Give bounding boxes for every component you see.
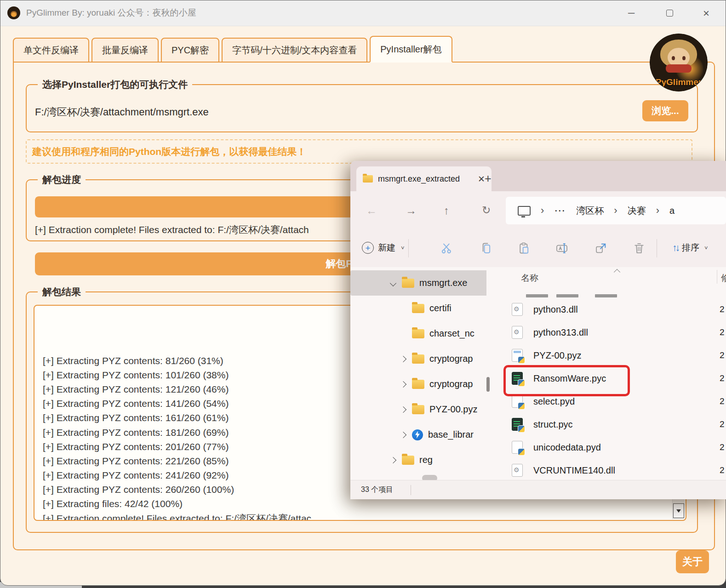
- file-list: 名称 修 python3.dll 2: [492, 267, 726, 480]
- minimize-button[interactable]: ─: [617, 0, 645, 26]
- results-legend: 解包结果: [38, 285, 86, 298]
- explorer-content: msmgrt.exe certifi charset_nc: [350, 267, 726, 480]
- avatar-eye: [682, 56, 686, 60]
- avatar-scarf: [666, 64, 692, 73]
- file-type-icon: [512, 303, 523, 316]
- tree-item[interactable]: PYZ-00.pyz: [350, 397, 486, 422]
- delete-button[interactable]: [633, 242, 646, 255]
- up-button[interactable]: ↑: [444, 204, 449, 217]
- share-button[interactable]: [595, 242, 607, 255]
- column-header-name[interactable]: 名称: [521, 272, 538, 284]
- file-explorer-window: msmgrt.exe_extracted ✕ + ← → ↑ ↻ › ⋯ 湾区杯…: [350, 161, 726, 499]
- tree-item-icon: [412, 304, 424, 313]
- tree-scrollbar-thumb[interactable]: [486, 377, 490, 392]
- tree-item-label: reg: [419, 455, 433, 465]
- file-row[interactable]: RansomWare.pyc 2: [492, 367, 726, 390]
- new-item-label: 新建: [378, 242, 395, 254]
- file-type-icon: [512, 418, 523, 431]
- forward-button[interactable]: →: [406, 204, 417, 217]
- breadcrumb-item[interactable]: 决赛: [628, 205, 646, 217]
- tree-item-icon: [412, 380, 424, 389]
- chevron-down-icon: ˅: [401, 245, 405, 251]
- version-notice: 建议使用和程序相同的Python版本进行解包，以获得最佳结果！: [26, 139, 692, 164]
- browse-button[interactable]: 浏览...: [642, 100, 688, 121]
- exe-path-input[interactable]: F:/湾区杯/决赛/attachment/msmgrt.exe: [35, 105, 209, 119]
- chevron-icon[interactable]: [400, 406, 406, 412]
- file-date: 2: [720, 396, 725, 406]
- tree-item[interactable]: base_librar: [350, 422, 486, 447]
- file-row[interactable]: python313.dll 2: [492, 321, 726, 344]
- paste-button[interactable]: [518, 242, 531, 255]
- column-divider[interactable]: [717, 270, 717, 284]
- chevron-icon[interactable]: [400, 431, 406, 438]
- file-row[interactable]: VCRUNTIME140.dll 2: [492, 459, 726, 480]
- new-item-button[interactable]: + 新建 ˅: [362, 242, 405, 254]
- tree-item[interactable]: cryptograp: [350, 346, 486, 371]
- copy-button[interactable]: [480, 242, 492, 255]
- file-date: 2: [720, 350, 725, 360]
- tree-item-icon: [412, 329, 424, 338]
- breadcrumb: 湾区杯 › 决赛 › a ›: [576, 205, 675, 217]
- pyglimmer-avatar: PyGlimmer: [650, 34, 708, 91]
- explorer-status-bar: 33 个项目: [350, 480, 726, 499]
- tree-item[interactable]: charset_nc: [350, 321, 486, 346]
- maximize-button[interactable]: [656, 0, 683, 26]
- sort-button[interactable]: ↑↓ 排序 ˅: [672, 242, 708, 254]
- address-bar[interactable]: › ⋯ 湾区杯 › 决赛 › a ›: [506, 197, 726, 224]
- file-row[interactable]: [492, 286, 726, 298]
- file-name: python3.dll: [533, 304, 578, 315]
- file-type-icon: [512, 372, 523, 385]
- file-type-icon: [512, 326, 523, 339]
- chevron-icon[interactable]: [400, 355, 406, 362]
- tree-item-label: certifi: [429, 303, 452, 314]
- file-date: 2: [720, 442, 725, 452]
- refresh-button[interactable]: ↻: [482, 204, 491, 217]
- chevron-icon[interactable]: [390, 457, 396, 463]
- close-tab-icon[interactable]: ✕: [478, 174, 485, 184]
- tab[interactable]: 批量反编译: [91, 38, 159, 63]
- back-button[interactable]: ←: [366, 204, 377, 217]
- file-name: unicodedata.pyd: [533, 442, 601, 453]
- toolbar-divider: [408, 239, 409, 257]
- chevron-icon[interactable]: [400, 381, 406, 387]
- file-row[interactable]: PYZ-00.pyz 2: [492, 344, 726, 367]
- tab[interactable]: 单文件反编译: [13, 38, 89, 63]
- tree-item[interactable]: cryptograp: [350, 371, 486, 397]
- file-date: 2: [720, 419, 725, 429]
- scrollbar-down-button[interactable]: [673, 503, 684, 518]
- new-tab-button[interactable]: +: [485, 172, 492, 185]
- file-date: 2: [720, 465, 725, 475]
- column-headers: 名称 修: [492, 268, 726, 286]
- tree-item[interactable]: reg: [350, 447, 486, 473]
- about-button[interactable]: 关于: [676, 550, 709, 573]
- tree-item[interactable]: msmgrt.exe: [350, 270, 486, 296]
- file-name: python313.dll: [533, 327, 588, 338]
- arrow-down-icon: [676, 509, 681, 513]
- progress-legend: 解包进度: [38, 173, 86, 186]
- explorer-tab[interactable]: msmgrt.exe_extracted ✕: [356, 166, 492, 191]
- file-row[interactable]: python3.dll 2: [492, 298, 726, 321]
- folder-tree: msmgrt.exe certifi charset_nc: [350, 270, 486, 473]
- copy-icon: [480, 242, 492, 255]
- close-button[interactable]: ×: [692, 0, 720, 26]
- file-date: 2: [720, 304, 725, 314]
- breadcrumb-item[interactable]: 湾区杯: [576, 205, 604, 217]
- rename-button[interactable]: [555, 242, 568, 255]
- chevron-icon[interactable]: [390, 280, 396, 286]
- file-row[interactable]: unicodedata.pyd 2: [492, 436, 726, 459]
- tab[interactable]: 字节码/十六进制/文本内容查看: [222, 38, 367, 63]
- breadcrumb-separator: ›: [656, 205, 659, 217]
- file-row[interactable]: struct.pyc 2: [492, 413, 726, 436]
- tab[interactable]: PYC解密: [161, 38, 219, 63]
- breadcrumb-ellipsis[interactable]: ⋯: [554, 204, 566, 217]
- file-name: select.pyd: [533, 396, 575, 407]
- file-type-icon: [512, 441, 523, 454]
- breadcrumb-item[interactable]: a: [669, 206, 675, 216]
- file-row[interactable]: select.pyd 2: [492, 390, 726, 413]
- column-header-modified[interactable]: 修: [721, 272, 726, 284]
- rename-icon: [555, 242, 568, 255]
- tree-item[interactable]: certifi: [350, 296, 486, 321]
- cut-button[interactable]: [440, 242, 453, 255]
- scissors-icon: [440, 242, 453, 255]
- tab[interactable]: PyInstaller解包: [370, 36, 452, 63]
